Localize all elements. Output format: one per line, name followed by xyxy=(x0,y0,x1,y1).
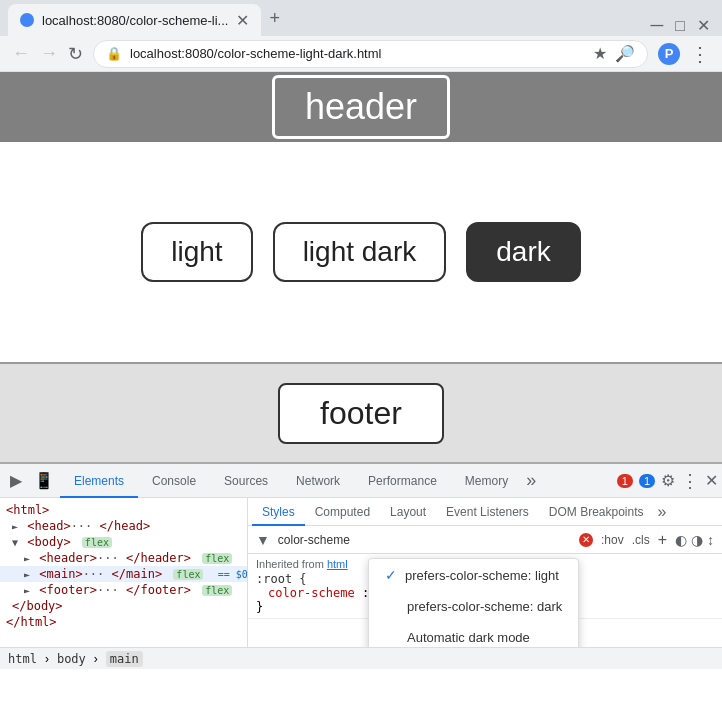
devtools-close-button[interactable]: ✕ xyxy=(705,471,718,490)
dark-mode-icon[interactable]: ◐ xyxy=(675,532,687,548)
bookmark-icon[interactable]: ★ xyxy=(593,44,607,63)
address-input-wrap[interactable]: 🔒 localhost:8080/color-scheme-light-dark… xyxy=(93,40,648,68)
styles-icon-group: ◐ ◑ ↕ xyxy=(675,532,714,548)
dom-footer[interactable]: ► <footer>··· </footer> flex xyxy=(0,582,247,598)
dom-close-body[interactable]: </body> xyxy=(0,598,247,614)
tab-sources[interactable]: Sources xyxy=(210,464,282,498)
tab-performance[interactable]: Performance xyxy=(354,464,451,498)
add-style-button[interactable]: + xyxy=(658,531,667,549)
browser-chrome: localhost:8080/color-scheme-li... ✕ + ─ … xyxy=(0,0,722,72)
forward-button[interactable]: → xyxy=(40,43,58,64)
back-button[interactable]: ← xyxy=(12,43,30,64)
active-tab[interactable]: localhost:8080/color-scheme-li... ✕ xyxy=(8,4,261,36)
tab-elements[interactable]: Elements xyxy=(60,464,138,498)
close-button[interactable]: ✕ xyxy=(697,16,710,35)
dom-body[interactable]: ▼ <body> flex xyxy=(0,534,247,550)
subtab-computed[interactable]: Computed xyxy=(305,498,380,526)
lens-icon[interactable]: 🔎 xyxy=(615,44,635,63)
color-scheme-dropdown: ✓ prefers-color-scheme: light prefers-co… xyxy=(368,558,579,647)
styles-panel: Styles Computed Layout Event Listeners D… xyxy=(248,498,722,647)
devtools-more-button[interactable]: ⋮ xyxy=(681,470,699,492)
devtools-body: <html> ► <head>··· </head> ▼ <body> flex… xyxy=(0,498,722,647)
page-header: header xyxy=(0,72,722,142)
check-icon: ✓ xyxy=(385,567,397,583)
header-label: header xyxy=(272,75,450,139)
subtab-styles[interactable]: Styles xyxy=(252,498,305,526)
devtools-inspect-icon[interactable]: ▶ xyxy=(4,471,28,490)
pseudo-cls-button[interactable]: .cls xyxy=(632,533,650,547)
devtools-tabs-right: 1 1 ⚙ ⋮ ✕ xyxy=(617,470,718,492)
devtools-breadcrumb-bar: html › body › main xyxy=(0,647,722,669)
dropdown-item-auto[interactable]: Automatic dark mode xyxy=(369,622,578,647)
inherited-html-link[interactable]: html xyxy=(327,558,348,570)
dom-head[interactable]: ► <head>··· </head> xyxy=(0,518,247,534)
main-flex-badge: flex xyxy=(173,569,203,580)
dropdown-item-label: Automatic dark mode xyxy=(407,630,530,645)
devtools-settings-button[interactable]: ⚙ xyxy=(661,471,675,490)
styles-filter-input[interactable] xyxy=(278,533,571,547)
tab-title: localhost:8080/color-scheme-li... xyxy=(42,13,228,28)
error-badge: 1 xyxy=(617,474,633,488)
breadcrumb-body[interactable]: body xyxy=(57,652,86,666)
tab-bar: localhost:8080/color-scheme-li... ✕ + ─ … xyxy=(0,0,722,36)
dropdown-item-label: prefers-color-scheme: light xyxy=(405,568,559,583)
menu-button[interactable]: ⋮ xyxy=(690,42,710,66)
devtools-panel: ▶ 📱 Elements Console Sources Network Per… xyxy=(0,462,722,669)
light-button[interactable]: light xyxy=(141,222,252,282)
dropdown-item-dark[interactable]: prefers-color-scheme: dark xyxy=(369,591,578,622)
light-mode-icon[interactable]: ◑ xyxy=(691,532,703,548)
page-content: header light light dark dark footer xyxy=(0,72,722,462)
filter-icon: ▼ xyxy=(256,532,270,548)
profile-icon[interactable]: P xyxy=(658,43,680,65)
dom-html[interactable]: <html> xyxy=(0,502,247,518)
devtools-device-icon[interactable]: 📱 xyxy=(28,471,60,490)
subtab-more[interactable]: » xyxy=(658,503,667,521)
breadcrumb-html[interactable]: html xyxy=(8,652,37,666)
dom-close-html[interactable]: </html> xyxy=(0,614,247,630)
dom-tree: <html> ► <head>··· </head> ▼ <body> flex… xyxy=(0,498,248,647)
expand-icon[interactable]: ↕ xyxy=(707,532,714,548)
dropdown-item-label: prefers-color-scheme: dark xyxy=(407,599,562,614)
page-main: light light dark dark xyxy=(0,142,722,362)
tab-memory[interactable]: Memory xyxy=(451,464,522,498)
tab-network[interactable]: Network xyxy=(282,464,354,498)
reload-button[interactable]: ↻ xyxy=(68,43,83,65)
styles-subtabs: Styles Computed Layout Event Listeners D… xyxy=(248,498,722,526)
address-bar: ← → ↻ 🔒 localhost:8080/color-scheme-ligh… xyxy=(0,36,722,72)
pseudo-hov-button[interactable]: :hov xyxy=(601,533,624,547)
dom-header[interactable]: ► <header>··· </header> flex xyxy=(0,550,247,566)
tab-console[interactable]: Console xyxy=(138,464,210,498)
new-tab-button[interactable]: + xyxy=(269,8,280,29)
page-footer: footer xyxy=(0,362,722,462)
more-tabs-button[interactable]: » xyxy=(522,470,540,491)
footer-flex-badge: flex xyxy=(202,585,232,596)
subtab-layout[interactable]: Layout xyxy=(380,498,436,526)
subtab-dom-breakpoints[interactable]: DOM Breakpoints xyxy=(539,498,654,526)
dropdown-item-light[interactable]: ✓ prefers-color-scheme: light xyxy=(369,559,578,591)
lock-icon: 🔒 xyxy=(106,46,122,61)
tab-favicon xyxy=(20,13,34,27)
maximize-button[interactable]: □ xyxy=(675,17,685,35)
devtools-tabs: ▶ 📱 Elements Console Sources Network Per… xyxy=(0,464,722,498)
minimize-button[interactable]: ─ xyxy=(651,15,664,36)
dark-button[interactable]: dark xyxy=(466,222,580,282)
footer-label: footer xyxy=(278,383,444,444)
clear-filter-button[interactable]: ✕ xyxy=(579,533,593,547)
breadcrumb-main[interactable]: main xyxy=(106,651,143,667)
styles-filter-toolbar: ▼ ✕ :hov .cls + ◐ ◑ ↕ xyxy=(248,526,722,554)
warning-badge: 1 xyxy=(639,474,655,488)
subtab-event-listeners[interactable]: Event Listeners xyxy=(436,498,539,526)
header-flex-badge: flex xyxy=(202,553,232,564)
address-text: localhost:8080/color-scheme-light-dark.h… xyxy=(130,46,585,61)
main-eq-badge: == $0 xyxy=(215,569,248,580)
tab-close-button[interactable]: ✕ xyxy=(236,11,249,30)
light-dark-button[interactable]: light dark xyxy=(273,222,447,282)
dom-main[interactable]: ► <main>··· </main> flex == $0 xyxy=(0,566,247,582)
flex-badge: flex xyxy=(82,537,112,548)
